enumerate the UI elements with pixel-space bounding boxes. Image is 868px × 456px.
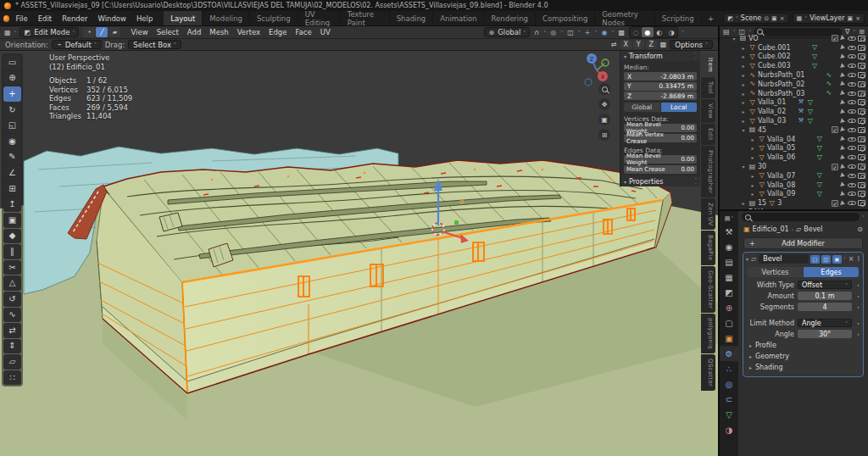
expand-arrow-icon[interactable]: ▸	[740, 118, 747, 124]
show-overlays-icon[interactable]: ◉	[600, 29, 608, 36]
tab-view-layer[interactable]: ▦	[720, 270, 738, 285]
camera-view-button[interactable]: ▣	[598, 114, 610, 125]
visibility-eye-icon[interactable]	[848, 199, 856, 207]
animate-dot-icon[interactable]: •	[855, 304, 861, 310]
render-camera-icon[interactable]	[858, 200, 865, 206]
animate-dot-icon[interactable]: •	[855, 320, 861, 326]
selectable-icon[interactable]	[840, 91, 846, 97]
tab-render[interactable]: ◉	[720, 239, 738, 254]
angle-slider[interactable]: 30°	[798, 330, 852, 338]
selectable-icon[interactable]	[840, 191, 846, 197]
tool-smooth[interactable]: ∿	[3, 308, 21, 323]
visibility-eye-icon[interactable]	[848, 108, 856, 115]
render-camera-icon[interactable]	[858, 99, 865, 105]
tool-rotate[interactable]: ↻	[3, 103, 21, 118]
render-camera-icon[interactable]	[858, 145, 865, 151]
expand-arrow-icon[interactable]: ▸	[749, 145, 756, 151]
menu-item[interactable]: Render	[57, 13, 92, 25]
modifier-subsection[interactable]: ▸ Geometry	[743, 351, 863, 362]
render-camera-icon[interactable]	[858, 91, 865, 97]
segments-slider[interactable]: 4	[798, 303, 852, 311]
render-camera-icon[interactable]	[858, 108, 865, 114]
render-camera-icon[interactable]	[858, 81, 865, 87]
render-camera-icon[interactable]	[858, 45, 865, 51]
menu-item[interactable]: Edit	[33, 13, 57, 25]
outliner-row[interactable]: ▸ Valla_04	[720, 135, 868, 144]
menu-item[interactable]: Help	[131, 13, 158, 25]
tab-constraints[interactable]: ⊂	[720, 392, 738, 407]
visibility-eye-icon[interactable]	[848, 136, 856, 143]
selectable-icon[interactable]	[840, 127, 846, 133]
show-object-types-icon[interactable]: ◫	[566, 29, 575, 36]
viewport-menu-item[interactable]: View	[126, 27, 152, 37]
visibility-eye-icon[interactable]	[848, 172, 856, 180]
n-panel-tab[interactable]: Photographer	[701, 146, 715, 197]
workspace-tab[interactable]: Animation	[433, 11, 484, 25]
tool-cursor[interactable]: ⊕	[3, 71, 21, 86]
tab-object-data[interactable]: ▽	[720, 407, 738, 422]
selectable-icon[interactable]	[840, 136, 846, 142]
visibility-eye-icon[interactable]	[848, 98, 856, 106]
render-display-toggle[interactable]: ▣	[832, 255, 842, 264]
outliner-row[interactable]: ▸ Valla_01	[720, 98, 868, 108]
tab-particles[interactable]: ∴	[720, 361, 738, 376]
workspace-tab[interactable]: UV Editing	[298, 11, 341, 25]
n-panel-tab[interactable]: Item	[701, 53, 715, 76]
panel-options-icon[interactable]: ⁚	[694, 178, 697, 186]
expand-arrow-icon[interactable]: ▸	[740, 108, 747, 114]
selectable-icon[interactable]	[840, 53, 846, 59]
visibility-eye-icon[interactable]	[848, 209, 856, 209]
visibility-eye-icon[interactable]	[848, 126, 856, 134]
render-camera-icon[interactable]	[858, 182, 865, 188]
pin-icon[interactable]: ⊙	[857, 225, 863, 233]
visibility-eye-icon[interactable]	[848, 44, 856, 52]
breadcrumb-object[interactable]: Edificio_01	[753, 225, 789, 233]
space-toggle-button[interactable]: Global	[624, 103, 660, 112]
transform-orientation-dropdown[interactable]: ⊕ Global ˅	[484, 27, 531, 37]
tab-physics[interactable]: ◎	[720, 376, 738, 392]
tool-rip-region[interactable]: ∷	[3, 370, 21, 386]
selectable-icon[interactable]	[840, 145, 846, 151]
new-scene-icon[interactable]: ▣	[771, 15, 777, 22]
viewport-menu-item[interactable]: Select	[153, 27, 183, 37]
tool-select-box[interactable]: ▭	[3, 55, 21, 70]
tool-inset-faces[interactable]: ▣	[3, 213, 21, 228]
tab-output[interactable]: ▤	[720, 254, 738, 270]
outliner-row-collection[interactable]: ▾ 45	[720, 125, 868, 135]
menu-item[interactable]: Window	[92, 13, 131, 25]
n-panel-tab[interactable]: QScatter	[701, 354, 715, 391]
viewport-menu-item[interactable]: Mesh	[205, 27, 232, 37]
visibility-eye-icon[interactable]	[848, 190, 856, 197]
modifier-name-field[interactable]: Bevel	[759, 254, 809, 264]
outliner-row[interactable]: ▸ NurbsPath_02	[720, 80, 868, 89]
outliner-row[interactable]: ▸ Valla_07	[720, 171, 868, 181]
outliner-row[interactable]: ▸ Cube.002	[720, 53, 868, 62]
outliner-row[interactable]: ▸ Valla_03	[720, 116, 868, 125]
mirror-axis-button[interactable]: Y	[633, 40, 644, 49]
tab-material[interactable]: ◑	[720, 422, 738, 437]
n-panel-tab[interactable]: Edit	[701, 124, 715, 145]
bevel-affect-tab[interactable]: Vertices	[748, 267, 803, 277]
view-layer-selector[interactable]: ▦˅ ViewLayer ▣ ×	[793, 13, 865, 24]
visibility-eye-icon[interactable]	[848, 81, 856, 88]
visibility-eye-icon[interactable]	[848, 181, 856, 189]
properties-panel-header[interactable]: ▾ Properties ⁚	[620, 176, 700, 186]
tool-scale[interactable]: ◱	[3, 118, 21, 133]
material-shading-button[interactable]: ◐	[654, 27, 665, 37]
tool-bevel[interactable]: ◆	[3, 229, 21, 244]
face-select-button[interactable]: ▰	[108, 27, 120, 37]
expand-arrow-icon[interactable]: ▸	[749, 182, 756, 188]
collection-checkbox[interactable]	[832, 126, 838, 133]
drag-setting-dropdown[interactable]: Select Box ˅	[128, 40, 181, 49]
width-type-dropdown[interactable]: Offset˅	[798, 281, 852, 289]
outliner-row[interactable]: ▸ Cube.001	[720, 43, 868, 53]
realtime-display-toggle[interactable]: ◫	[821, 255, 831, 264]
selectable-icon[interactable]	[840, 36, 846, 42]
render-camera-icon[interactable]	[858, 154, 865, 160]
add-modifier-button[interactable]: + Add Modifier	[743, 237, 863, 249]
median-axis-field[interactable]: X-2.0803 m	[624, 72, 697, 81]
selectable-icon[interactable]	[840, 72, 846, 78]
outliner-row[interactable]: ▸ NurbsPath_01	[720, 70, 868, 80]
viewport-menu-item[interactable]: Face	[291, 27, 315, 37]
tool-add-cube[interactable]: ⊞	[3, 181, 21, 197]
